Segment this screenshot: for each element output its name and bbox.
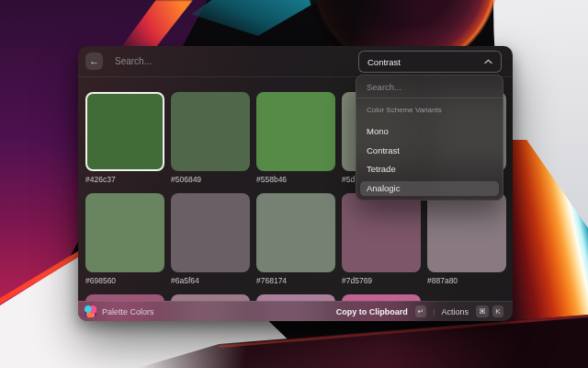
- enter-key-icon: ↵: [415, 305, 427, 317]
- footer-actions: Copy to Clipboard ↵ | Actions ⌘ K: [336, 305, 503, 317]
- color-swatch[interactable]: [427, 193, 506, 272]
- swatch-hex-label: #768174: [256, 276, 335, 286]
- dropdown-search-input[interactable]: Search...: [356, 75, 503, 98]
- color-swatch[interactable]: [171, 92, 250, 171]
- color-swatch[interactable]: [342, 193, 421, 272]
- swatch-cell: #6a5f64: [171, 193, 250, 286]
- command-key-icon: ⌘: [476, 305, 489, 317]
- swatch-cell: #7d5769: [342, 193, 421, 286]
- color-swatch[interactable]: [171, 193, 250, 272]
- arrow-left-icon: ←: [89, 55, 99, 66]
- swatch-hex-label: #698560: [85, 276, 164, 286]
- dropdown-options: MonoContrastTetradeAnalogic: [356, 124, 503, 196]
- swatch-cell: #698560: [85, 193, 164, 286]
- k-key-icon: K: [492, 305, 503, 317]
- swatch-hex-label: #6a5f64: [171, 276, 250, 286]
- wallpaper-teal-band: [191, 0, 320, 48]
- app-name: Palette Colors: [102, 307, 154, 316]
- dropdown-option-tetrade[interactable]: Tetrade: [360, 162, 499, 177]
- dropdown-section-label: Color Scheme Variants: [356, 104, 503, 117]
- palette-colors-icon: [85, 305, 96, 317]
- swatch-hex-label: #558b46: [256, 175, 335, 185]
- copy-to-clipboard-button[interactable]: Copy to Clipboard: [336, 307, 408, 316]
- color-swatch[interactable]: [85, 193, 164, 272]
- actions-button[interactable]: Actions: [441, 307, 469, 316]
- scheme-dropdown: Search... Color Scheme Variants MonoCont…: [356, 75, 503, 201]
- swatch-cell: #887a80: [427, 193, 506, 286]
- window-footer: Palette Colors Copy to Clipboard ↵ | Act…: [78, 301, 513, 321]
- chevron-up-icon: [484, 59, 492, 64]
- footer-separator: |: [433, 307, 435, 316]
- scheme-select[interactable]: Contrast: [358, 51, 502, 73]
- back-button[interactable]: ←: [85, 52, 103, 70]
- scheme-select-value: Contrast: [368, 57, 401, 67]
- dropdown-option-analogic[interactable]: Analogic: [360, 181, 499, 196]
- swatch-hex-label: #887a80: [427, 276, 506, 286]
- color-swatch[interactable]: [256, 193, 335, 272]
- swatch-hex-label: #426c37: [85, 175, 164, 185]
- swatch-cell: #506849: [171, 92, 250, 185]
- palette-window: ← Search... Contrast #426c37#506849#558b…: [78, 46, 513, 321]
- dropdown-option-contrast[interactable]: Contrast: [360, 144, 499, 158]
- search-input[interactable]: Search...: [115, 56, 152, 66]
- swatch-cell: #768174: [256, 193, 335, 286]
- color-swatch[interactable]: [256, 92, 335, 171]
- dropdown-option-mono[interactable]: Mono: [360, 124, 499, 139]
- color-swatch-selected[interactable]: [85, 92, 164, 171]
- swatch-cell: #558b46: [256, 92, 335, 185]
- swatch-hex-label: #7d5769: [342, 276, 421, 286]
- swatch-cell: #426c37: [85, 92, 164, 185]
- swatch-hex-label: #506849: [171, 175, 250, 185]
